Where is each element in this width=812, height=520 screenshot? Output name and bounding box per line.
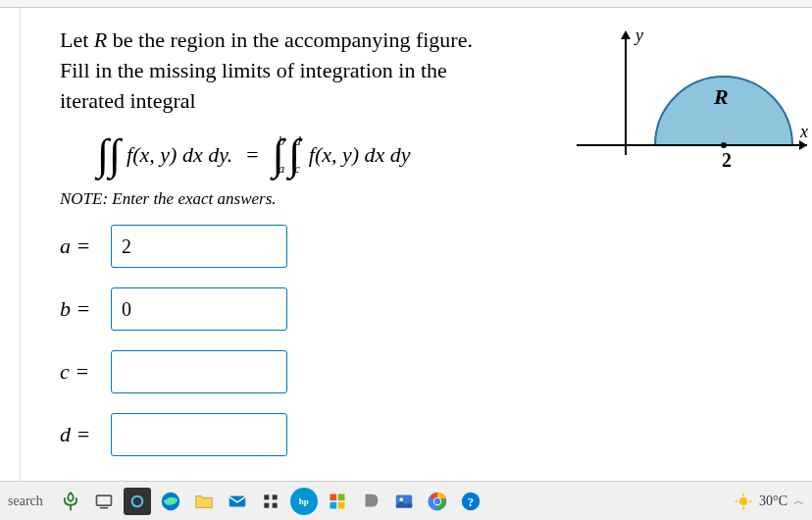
mail-icon[interactable]: [224, 488, 251, 515]
file-explorer-icon[interactable]: [190, 488, 218, 515]
chevron-up-icon[interactable]: ︿: [793, 494, 804, 508]
answer-row-b: b =: [60, 287, 812, 331]
text-line-2: Fill in the missing limits of integratio…: [60, 58, 447, 82]
chrome-icon[interactable]: [424, 488, 451, 515]
task-view-icon[interactable]: [90, 488, 118, 515]
tick-label-2: 2: [722, 149, 732, 171]
answer-row-a: a =: [60, 225, 812, 268]
app-icon-2[interactable]: [357, 488, 384, 515]
text-line-1: Let R be the region in the accompanying …: [60, 27, 473, 52]
taskbar-plant-icon[interactable]: [57, 488, 84, 515]
equals-sign: =: [246, 142, 258, 168]
input-a[interactable]: [111, 225, 287, 268]
y-axis-arrow: [621, 30, 631, 39]
y-axis-label: y: [634, 27, 643, 45]
photos-icon[interactable]: [390, 488, 418, 515]
problem-statement: Let R be the region in the accompanying …: [60, 26, 589, 116]
center-point: [721, 142, 727, 148]
edge-icon[interactable]: [157, 488, 184, 515]
microsoft-store-icon[interactable]: [324, 488, 351, 515]
input-c[interactable]: [111, 350, 287, 393]
taskbar-search-text[interactable]: search: [8, 494, 43, 509]
answer-row-c: c =: [60, 350, 812, 393]
help-icon[interactable]: ?: [457, 488, 484, 515]
svg-text:?: ?: [468, 494, 474, 508]
taskbar-weather[interactable]: 30°C ︿: [734, 492, 804, 511]
temp-value: 30°C: [759, 494, 787, 509]
double-integral-symbol: ∫∫: [97, 130, 121, 180]
x-axis-label: x: [799, 122, 808, 141]
svg-rect-12: [338, 501, 345, 508]
svg-rect-5: [264, 494, 269, 499]
sun-icon: [734, 492, 753, 511]
region-figure: y x 2 R: [577, 27, 812, 204]
region-label: R: [713, 84, 729, 109]
svg-rect-0: [96, 495, 111, 505]
windows-taskbar[interactable]: search hp ? 30°C ︿: [0, 481, 812, 520]
svg-point-17: [434, 497, 440, 503]
label-d: d =: [60, 422, 111, 447]
text-line-3: iterated integral: [60, 88, 196, 113]
window-top-bar: [0, 0, 812, 8]
svg-rect-8: [272, 502, 277, 507]
hp-icon[interactable]: hp: [290, 488, 318, 515]
app-icon-1[interactable]: [257, 488, 284, 515]
figure-svg: y x 2 R: [577, 27, 812, 204]
svg-rect-6: [272, 494, 277, 499]
input-b[interactable]: [111, 287, 287, 331]
svg-rect-7: [264, 502, 269, 507]
svg-rect-9: [330, 494, 336, 500]
svg-point-2: [131, 495, 142, 506]
input-d[interactable]: [111, 413, 287, 456]
label-c: c =: [60, 359, 111, 385]
svg-point-20: [739, 496, 747, 504]
label-a: a =: [60, 234, 111, 259]
svg-point-14: [399, 497, 403, 501]
label-b: b =: [60, 296, 111, 322]
svg-rect-11: [330, 501, 336, 508]
problem-content: Let R be the region in the accompanying …: [20, 8, 812, 481]
cortana-icon[interactable]: [124, 488, 151, 515]
answer-row-d: d =: [60, 413, 812, 456]
svg-rect-4: [229, 495, 246, 506]
x-axis-arrow: [799, 140, 807, 150]
svg-rect-10: [338, 494, 345, 500]
